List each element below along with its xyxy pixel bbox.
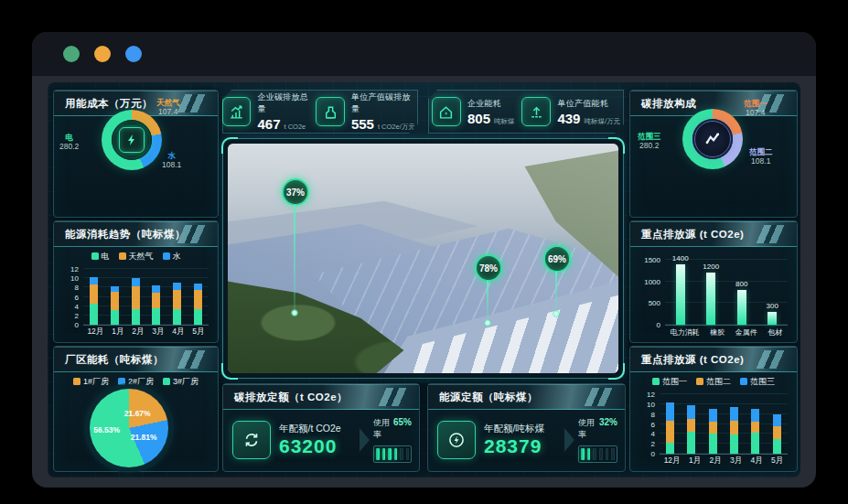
corner-bracket — [608, 363, 625, 380]
legend-label: 范围二 — [706, 376, 731, 388]
bar-segment — [90, 277, 98, 284]
bar-column — [194, 269, 202, 325]
eco-house-icon — [432, 97, 461, 126]
kpi-total-energy: 企业能耗 805吨标煤 — [432, 97, 515, 126]
bar-column — [173, 269, 181, 325]
map-badge-37[interactable]: 37% — [282, 178, 309, 206]
gridline — [660, 443, 788, 444]
panel-carbon-mix: 碳排放构成 范围一 107.4 — [629, 90, 798, 218]
bar-column — [132, 269, 140, 325]
energy-trend-chart: 电天然气水02468101212月1月2月3月4月5月 — [54, 245, 218, 342]
bar-column: 1400 — [676, 260, 685, 325]
usage-block: 使用率 65% — [373, 417, 412, 463]
bar-column — [773, 394, 781, 454]
corner-bracket — [221, 137, 238, 154]
x-tick-label: 5月 — [192, 327, 204, 338]
y-tick-label: 1000 — [636, 277, 660, 285]
panel-title: 重点排放源 (t CO2e) — [630, 353, 744, 367]
gridline — [83, 306, 209, 306]
kpi-group-carbon: 企业碳排放总量 467t CO2e 单位产值碳排放量 555t CO2e/万元 — [222, 90, 418, 134]
legend-label: 1#厂房 — [83, 376, 109, 388]
x-tick-label: 橡胶 — [710, 327, 725, 338]
badge-stem — [294, 205, 295, 313]
factory-aerial-view[interactable]: 37% 78% 69% — [228, 144, 618, 373]
kpi-unit: t CO2e/万元 — [378, 123, 415, 131]
panel-energy-quota: 能源定额（吨标煤） 年配额/吨标煤 28379 使用率 — [427, 383, 626, 472]
bar-segment — [173, 290, 181, 309]
x-axis: 12月1月2月3月4月5月 — [83, 326, 209, 338]
panel-header: 重点排放源 (t CO2e) — [630, 347, 797, 372]
bar — [737, 290, 746, 325]
map-badge-69[interactable]: 69% — [543, 245, 571, 273]
legend-swatch — [119, 252, 126, 260]
bar-segment — [709, 422, 717, 433]
kpi-label: 单位产值碳排放量 — [351, 91, 418, 115]
y-tick-label: 10 — [636, 400, 655, 408]
kpi-unit: 吨标煤/万元 — [584, 117, 620, 125]
chart-legend: 范围一范围二范围三 — [636, 374, 791, 389]
kpi-carbon-per-output: 单位产值碳排放量 555t CO2e/万元 — [316, 91, 418, 132]
legend-swatch — [118, 378, 125, 385]
pie-percent-label: 56.53% — [93, 425, 120, 434]
bar-segment — [666, 402, 674, 421]
bar-segment — [173, 283, 181, 290]
panel-energy-trend: 能源消耗趋势（吨标煤） 电天然气水02468101212月1月2月3月4月5月 — [53, 220, 219, 343]
panel-plant-energy: 厂区能耗（吨标煤） 1#厂房2#厂房3#厂房 21.67% 21.81% 56.… — [53, 346, 219, 472]
legend-label: 天然气 — [129, 251, 154, 263]
x-tick-label: 12月 — [664, 456, 681, 466]
progress-segment — [606, 448, 609, 460]
progress-segment — [611, 448, 615, 460]
trend-chart-icon — [222, 97, 251, 126]
y-tick-label: 12 — [636, 391, 655, 399]
bar-segment — [730, 421, 738, 434]
gridline — [83, 315, 209, 316]
panel-emission-sources: 重点排放源 (t CO2e) 1400120080030005001000150… — [629, 220, 798, 343]
bar-segment — [751, 409, 759, 422]
bar-segment — [90, 284, 98, 303]
progress-segment — [388, 448, 392, 460]
kpi-unit: t CO2e — [284, 123, 306, 131]
traffic-light-green[interactable] — [63, 46, 80, 62]
factory-3d-viewport: 37% 78% 69% — [222, 138, 624, 379]
efficiency-up-icon — [521, 97, 551, 126]
legend-item: 电 — [91, 251, 110, 263]
quota-label: 年配额/吨标煤 — [484, 423, 563, 435]
kpi-energy-per-output: 单位产值能耗 439吨标煤/万元 — [521, 97, 620, 126]
legend-item: 范围一 — [652, 376, 687, 388]
y-tick-label: 12 — [59, 265, 79, 273]
traffic-light-orange[interactable] — [94, 46, 111, 62]
panel-title: 厂区能耗（吨标煤） — [54, 353, 164, 367]
x-tick-label: 1月 — [689, 456, 701, 466]
bar-segment — [111, 286, 119, 293]
quota-value: 28379 — [484, 435, 563, 457]
legend-swatch — [163, 252, 170, 260]
legend-swatch — [740, 378, 747, 385]
progress-segment — [593, 448, 596, 460]
kpi-label: 单位产值能耗 — [557, 98, 620, 110]
window-titlebar[interactable] — [32, 32, 816, 76]
progress-segment — [581, 448, 585, 460]
bar-value-label: 1200 — [703, 263, 719, 271]
traffic-light-blue[interactable] — [125, 46, 142, 62]
y-tick-label: 8 — [636, 410, 655, 418]
x-tick-label: 1月 — [112, 327, 123, 338]
legend-label: 电 — [102, 251, 110, 263]
bar-value-label: 800 — [735, 280, 747, 288]
gridline — [660, 424, 788, 424]
bar-segment — [152, 293, 160, 308]
bar-segment — [194, 290, 202, 309]
chart-plot: 14001200800300050010001500 — [665, 260, 788, 326]
slice-label: 范围三 280.2 — [638, 132, 661, 150]
badge-anchor-glow — [553, 310, 560, 317]
progress-segment — [382, 448, 386, 460]
y-tick-label: 0 — [636, 450, 655, 458]
bar-segment — [687, 432, 695, 454]
app-window: 用能成本（万元） 天然气 107.4 水 108. — [32, 32, 816, 488]
kpi-unit: 吨标煤 — [494, 117, 515, 125]
bar-segment — [751, 422, 759, 433]
map-badge-78[interactable]: 78% — [475, 254, 502, 282]
y-tick-label: 1500 — [636, 256, 660, 264]
x-tick-label: 包材 — [767, 327, 782, 338]
y-tick-label: 2 — [59, 311, 79, 319]
bar-column: 300 — [767, 260, 777, 325]
